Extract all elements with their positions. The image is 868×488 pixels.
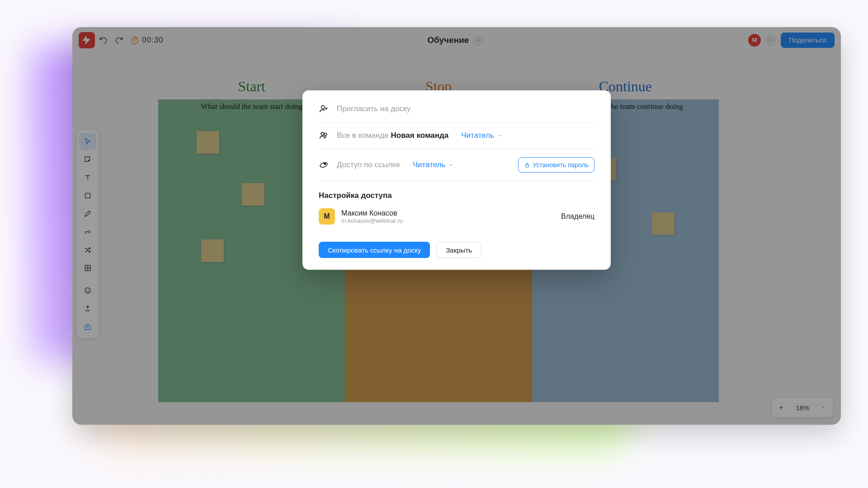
svg-rect-11	[525, 164, 528, 167]
close-button[interactable]: Закрыть	[436, 242, 481, 258]
invite-label: Пригласить на доску	[337, 104, 410, 113]
member-row: M Максим Конасов m.konasov@webinar.ru Вл…	[319, 205, 594, 228]
member-avatar: M	[319, 208, 335, 225]
team-label: Все в команде Новая команда	[337, 131, 448, 140]
svg-point-6	[321, 106, 325, 109]
member-role: Владелец	[561, 212, 594, 221]
svg-point-7	[321, 132, 324, 135]
link-label: Доступ по ссылке	[337, 160, 400, 169]
member-name: Максим Конасов	[341, 209, 403, 217]
access-section-title: Настройка доступа	[319, 191, 594, 200]
globe-icon	[319, 160, 329, 170]
team-permission-dropdown[interactable]: Читатель	[461, 131, 502, 140]
svg-point-9	[320, 162, 328, 168]
svg-point-10	[324, 163, 326, 164]
invite-row[interactable]: Пригласить на доску	[319, 104, 594, 122]
chevron-down-icon	[448, 162, 453, 168]
lock-icon	[524, 162, 530, 168]
team-row: Все в команде Новая команда Читатель	[319, 122, 594, 149]
share-modal: Пригласить на доску Все в команде Новая …	[302, 90, 611, 270]
svg-point-8	[324, 133, 327, 136]
copy-link-button[interactable]: Скопировать ссылку на доску	[319, 242, 430, 258]
member-email: m.konasov@webinar.ru	[341, 217, 403, 224]
link-permission-dropdown[interactable]: Читатель	[413, 160, 454, 169]
link-row: Доступ по ссылке Читатель Установить пар…	[319, 149, 594, 181]
team-icon	[319, 131, 329, 141]
set-password-button[interactable]: Установить пароль	[518, 157, 594, 173]
app-window: 00:30 Обучение M Поделиться Start Stop C…	[72, 27, 841, 425]
user-plus-icon	[319, 104, 329, 114]
chevron-down-icon	[497, 133, 502, 138]
